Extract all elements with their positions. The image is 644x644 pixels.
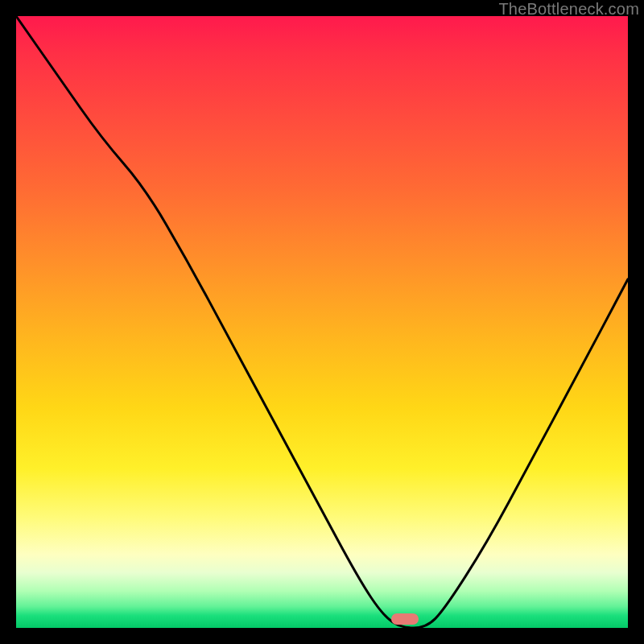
plot-area <box>16 16 628 628</box>
attribution-label: TheBottleneck.com <box>498 0 639 19</box>
chart-frame: TheBottleneck.com <box>0 0 644 644</box>
bottleneck-curve <box>16 16 628 628</box>
optimal-marker <box>391 613 419 625</box>
